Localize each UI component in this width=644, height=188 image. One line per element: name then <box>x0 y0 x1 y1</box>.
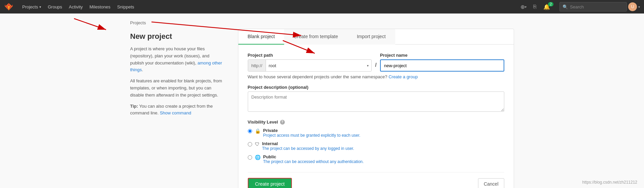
search-box[interactable]: 🔍 <box>560 2 627 11</box>
description-textarea[interactable] <box>248 91 504 112</box>
nav-snippets[interactable]: Snippets <box>114 0 138 14</box>
nav-milestones[interactable]: Milestones <box>86 0 114 14</box>
visibility-private-radio[interactable] <box>248 129 252 133</box>
new-item-button[interactable]: ⊕ ▾ <box>518 0 529 14</box>
path-prefix: http:// <box>248 60 266 71</box>
internal-content: Internal The project can be accessed by … <box>262 141 354 151</box>
cancel-button[interactable]: Cancel <box>478 178 504 188</box>
project-name-group: Project name <box>380 53 504 72</box>
plus-icon: ⊕ <box>520 4 525 10</box>
public-desc: The project can be accessed without any … <box>263 159 364 164</box>
visibility-label: Visibility Level ? <box>248 119 504 125</box>
description-paragraph-1: A project is where you house your files … <box>130 46 225 74</box>
svg-line-11 <box>74 19 106 30</box>
nav-projects[interactable]: Projects ▾ <box>19 0 44 14</box>
shield-icon: 🛡 <box>255 141 260 147</box>
path-input-row: http:// root ▾ <box>248 59 372 72</box>
path-separator: / <box>372 62 380 68</box>
right-panel: Blank project Create from template Impor… <box>238 29 514 188</box>
description-paragraph-2: All features are enabled for blank proje… <box>130 78 225 99</box>
search-input[interactable] <box>570 4 624 9</box>
svg-marker-8 <box>5 4 6 6</box>
svg-marker-9 <box>12 4 13 6</box>
visibility-public-radio[interactable] <box>248 155 252 160</box>
page-title: New project <box>130 32 225 41</box>
project-path-group: Project path http:// root ▾ <box>248 53 372 72</box>
among-other-things-link[interactable]: among other things <box>130 60 222 73</box>
tab-import-project[interactable]: Import project <box>347 29 395 45</box>
bell-button[interactable]: 🔔 2 <box>541 0 558 14</box>
navbar-right: ⊕ ▾ ⎘ 🔔 2 🔍 U ▾ <box>518 0 640 14</box>
visibility-private-option: 🔒 Private Project access must be granted… <box>248 128 504 138</box>
internal-desc: The project can be accessed by any logge… <box>262 146 354 151</box>
visibility-internal-radio[interactable] <box>248 142 252 146</box>
namespace-help-text: Want to house several dependent projects… <box>248 74 504 79</box>
visibility-group: Visibility Level ? 🔒 Private Project acc… <box>248 119 504 164</box>
internal-label: Internal <box>262 141 354 146</box>
tip-paragraph: Tip: You can also create a project from … <box>130 103 225 117</box>
public-content: Public The project can be accessed witho… <box>263 154 364 164</box>
private-label: Private <box>263 128 361 133</box>
watermark: https://blog.csdn.net/zh211212 <box>582 180 637 185</box>
gitlab-logo[interactable] <box>4 2 13 11</box>
private-desc: Project access must be granted explicitl… <box>263 133 361 138</box>
namespace-caret-icon: ▾ <box>367 64 371 68</box>
project-name-label: Project name <box>380 53 504 58</box>
visibility-internal-option: 🛡 Internal The project can be accessed b… <box>248 141 504 151</box>
create-project-button[interactable]: Create project <box>248 178 292 188</box>
public-label: Public <box>263 154 364 159</box>
breadcrumb: Projects <box>130 20 514 25</box>
avatar-initials: U <box>631 4 634 9</box>
namespace-select[interactable]: root <box>266 60 367 71</box>
tabs: Blank project Create from template Impor… <box>238 29 514 45</box>
project-path-label: Project path <box>248 53 372 58</box>
avatar-caret-icon[interactable]: ▾ <box>638 5 640 9</box>
visibility-public-option: 🌐 Public The project can be accessed wit… <box>248 154 504 164</box>
left-panel: New project A project is where you house… <box>130 29 225 117</box>
main-layout: New project A project is where you house… <box>130 29 514 188</box>
navbar: Projects ▾ Groups Activity Milestones Sn… <box>0 0 644 14</box>
notification-badge: 2 <box>548 2 553 6</box>
lock-icon: 🔒 <box>255 128 261 134</box>
private-content: Private Project access must be granted e… <box>263 128 361 138</box>
visibility-info-icon[interactable]: ? <box>280 120 285 125</box>
tab-create-from-template[interactable]: Create from template <box>284 29 347 45</box>
new-caret-icon: ▾ <box>525 5 527 9</box>
create-group-link[interactable]: Create a group <box>388 74 418 79</box>
avatar[interactable]: U <box>628 2 637 11</box>
form-area: Project path http:// root ▾ / Proj <box>238 45 514 188</box>
project-name-input[interactable] <box>380 59 504 72</box>
form-actions: Create project Cancel <box>248 172 504 188</box>
projects-caret-icon: ▾ <box>39 5 41 9</box>
bookmark-button[interactable]: ⎘ <box>531 0 539 14</box>
nav-activity[interactable]: Activity <box>66 0 86 14</box>
tab-blank-project[interactable]: Blank project <box>238 29 284 45</box>
bookmark-icon: ⎘ <box>533 4 537 10</box>
description-group: Project description (optional) <box>248 85 504 113</box>
nav-groups[interactable]: Groups <box>44 0 66 14</box>
search-icon: 🔍 <box>563 4 568 9</box>
description-label: Project description (optional) <box>248 85 504 90</box>
show-command-link[interactable]: Show command <box>160 110 191 115</box>
globe-icon: 🌐 <box>255 155 261 160</box>
path-name-row: Project path http:// root ▾ / Proj <box>248 53 504 72</box>
